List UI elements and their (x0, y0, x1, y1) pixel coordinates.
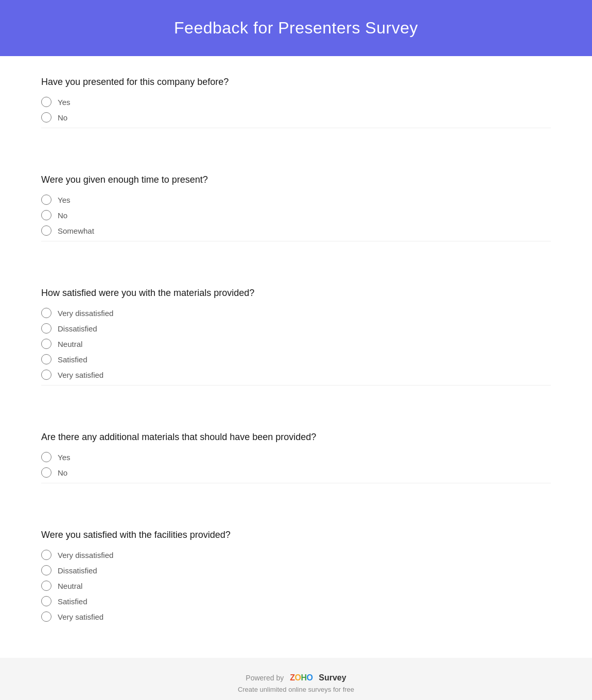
radio-q2-1[interactable] (41, 210, 51, 220)
option-label-q5-3[interactable]: Satisfied (58, 597, 88, 606)
option-row-q2-1: No (41, 210, 551, 220)
question-text-q5: Were you satisfied with the facilities p… (41, 530, 551, 540)
radio-q5-1[interactable] (41, 565, 51, 575)
option-label-q3-4[interactable]: Very satisfied (58, 371, 103, 379)
radio-q3-3[interactable] (41, 354, 51, 364)
survey-content: Have you presented for this company befo… (0, 56, 592, 637)
option-row-q5-3: Satisfied (41, 596, 551, 606)
option-label-q5-4[interactable]: Very satisfied (58, 612, 103, 621)
question-block-q1: Have you presented for this company befo… (41, 77, 551, 154)
option-row-q2-2: Somewhat (41, 225, 551, 236)
option-row-q1-0: Yes (41, 97, 551, 107)
option-label-q3-3[interactable]: Satisfied (58, 355, 88, 364)
radio-q3-2[interactable] (41, 339, 51, 349)
question-block-q5: Were you satisfied with the facilities p… (41, 530, 551, 637)
survey-title: Feedback for Presenters Survey (10, 19, 582, 38)
radio-q5-3[interactable] (41, 596, 51, 606)
option-row-q5-4: Very satisfied (41, 611, 551, 622)
question-text-q2: Were you given enough time to present? (41, 174, 551, 185)
option-label-q2-0[interactable]: Yes (58, 196, 70, 204)
option-row-q3-2: Neutral (41, 339, 551, 349)
powered-by-label: Powered by (246, 674, 284, 682)
survey-footer: Powered by ZOHO Survey Create unlimited … (0, 658, 592, 700)
option-label-q1-0[interactable]: Yes (58, 98, 70, 107)
option-label-q5-0[interactable]: Very dissatisfied (58, 551, 113, 559)
radio-q5-2[interactable] (41, 581, 51, 591)
option-label-q3-0[interactable]: Very dissatisfied (58, 309, 113, 318)
footer-tagline: Create unlimited online surveys for free (10, 686, 582, 693)
radio-q4-1[interactable] (41, 467, 51, 478)
radio-q3-4[interactable] (41, 370, 51, 380)
question-block-q2: Were you given enough time to present?Ye… (41, 174, 551, 267)
section-divider (41, 128, 551, 128)
radio-q5-0[interactable] (41, 550, 51, 560)
section-divider (41, 241, 551, 241)
section-divider (41, 385, 551, 386)
option-row-q4-0: Yes (41, 452, 551, 462)
survey-word-label: Survey (319, 673, 346, 682)
option-row-q3-3: Satisfied (41, 354, 551, 364)
option-label-q2-2[interactable]: Somewhat (58, 226, 94, 235)
zoho-o1: O (294, 673, 301, 682)
question-block-q3: How satisfied were you with the material… (41, 288, 551, 411)
question-block-q4: Are there any additional materials that … (41, 432, 551, 509)
question-text-q3: How satisfied were you with the material… (41, 288, 551, 299)
option-row-q5-2: Neutral (41, 581, 551, 591)
option-label-q4-1[interactable]: No (58, 468, 67, 477)
option-label-q3-2[interactable]: Neutral (58, 340, 82, 348)
option-row-q5-0: Very dissatisfied (41, 550, 551, 560)
option-label-q5-1[interactable]: Dissatisfied (58, 566, 97, 575)
radio-q2-2[interactable] (41, 225, 51, 236)
option-row-q3-0: Very dissatisfied (41, 308, 551, 318)
zoho-z: Z (290, 673, 294, 682)
option-label-q1-1[interactable]: No (58, 113, 67, 122)
option-label-q2-1[interactable]: No (58, 211, 67, 220)
powered-by-text: Powered by ZOHO Survey (10, 673, 582, 682)
section-divider (41, 483, 551, 483)
survey-header: Feedback for Presenters Survey (0, 0, 592, 56)
zoho-logo: ZOHO (290, 673, 312, 682)
radio-q3-0[interactable] (41, 308, 51, 318)
radio-q5-4[interactable] (41, 611, 51, 622)
option-label-q3-1[interactable]: Dissatisfied (58, 324, 97, 333)
zoho-h: H (301, 673, 306, 682)
radio-q3-1[interactable] (41, 323, 51, 334)
zoho-o2: O (306, 673, 312, 682)
option-row-q3-1: Dissatisfied (41, 323, 551, 334)
radio-q2-0[interactable] (41, 195, 51, 205)
option-label-q5-2[interactable]: Neutral (58, 582, 82, 590)
radio-q1-0[interactable] (41, 97, 51, 107)
option-row-q2-0: Yes (41, 195, 551, 205)
question-text-q1: Have you presented for this company befo… (41, 77, 551, 87)
option-row-q5-1: Dissatisfied (41, 565, 551, 575)
option-row-q1-1: No (41, 112, 551, 122)
radio-q4-0[interactable] (41, 452, 51, 462)
option-label-q4-0[interactable]: Yes (58, 453, 70, 462)
option-row-q3-4: Very satisfied (41, 370, 551, 380)
question-text-q4: Are there any additional materials that … (41, 432, 551, 443)
radio-q1-1[interactable] (41, 112, 51, 122)
option-row-q4-1: No (41, 467, 551, 478)
